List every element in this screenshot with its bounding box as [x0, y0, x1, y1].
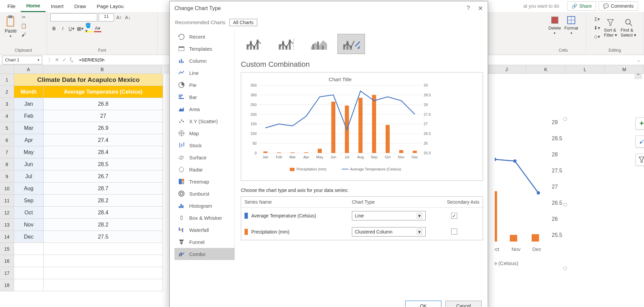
paste-button[interactable]: Paste▾	[3, 13, 18, 39]
chart-elements-button[interactable]: +	[636, 117, 644, 130]
cell-temp[interactable]: 28.4	[44, 146, 163, 158]
row-header[interactable]: 4	[0, 110, 14, 122]
chart-type-treemap[interactable]: Treemap	[174, 175, 234, 188]
secondary-axis-checkbox[interactable]: ✓	[451, 213, 457, 219]
find-select-button[interactable]: Find &Select ▾	[621, 18, 636, 38]
chart-filters-button[interactable]	[636, 154, 644, 166]
all-charts-tab[interactable]: All Charts	[229, 19, 257, 26]
empty-cell[interactable]	[44, 255, 163, 267]
accept-formula-icon[interactable]: ✓	[62, 57, 66, 62]
cell-temp[interactable]: 26.8	[44, 98, 163, 110]
row-header[interactable]: 5	[0, 122, 14, 134]
row-header[interactable]: 6	[0, 134, 14, 146]
chart-type-pie[interactable]: Pie	[174, 79, 234, 91]
name-box[interactable]: Chart 1▾	[2, 56, 42, 64]
delete-cells-button[interactable]: Delete▾	[548, 15, 561, 35]
cell-month[interactable]: Sep	[14, 195, 44, 207]
cell-temp[interactable]: 28.5	[44, 158, 163, 170]
fx-icon[interactable]: fx	[70, 57, 73, 63]
row-header[interactable]: 8	[0, 158, 14, 170]
cell-temp[interactable]: 26.9	[44, 122, 163, 134]
format-cells-button[interactable]: Format▾	[565, 15, 578, 35]
select-all-corner[interactable]	[0, 65, 14, 74]
chart-type-select[interactable]: Line▾	[352, 211, 426, 220]
chart-type-column[interactable]: Column	[174, 55, 234, 67]
tab-home[interactable]: Home	[21, 0, 46, 12]
empty-cell[interactable]	[44, 279, 163, 291]
combo-subtype-1[interactable]	[241, 34, 268, 54]
cell-temp[interactable]: 28.7	[44, 183, 163, 195]
cell-temp[interactable]: 27.4	[44, 134, 163, 146]
font-family-select[interactable]	[50, 13, 97, 21]
col-header-l[interactable]: L	[566, 65, 605, 74]
chart-type-templates[interactable]: Templates	[174, 43, 234, 55]
chart-type-waterfall[interactable]: Waterfall	[174, 224, 234, 236]
row-header[interactable]: 13	[0, 219, 14, 231]
row-header[interactable]: 7	[0, 146, 14, 158]
empty-cell[interactable]	[14, 243, 44, 255]
borders-button[interactable]: ▦▾	[76, 25, 84, 32]
autosum-icon[interactable]: Σ▾	[593, 15, 601, 23]
chart-type-map[interactable]: Map	[174, 127, 234, 139]
font-size-select[interactable]: 11	[99, 13, 114, 21]
row-header[interactable]: 11	[0, 195, 14, 207]
empty-cell[interactable]	[44, 243, 163, 255]
col-header-b[interactable]: B	[43, 65, 162, 74]
col-header-m[interactable]: M	[605, 65, 644, 74]
cell-temp[interactable]: 27	[44, 110, 163, 122]
share-button[interactable]: 🔗Share	[567, 1, 596, 11]
cell-temp[interactable]: 28.2	[44, 195, 163, 207]
tab-insert[interactable]: Insert	[46, 1, 69, 12]
chart-type-box-whisker[interactable]: Box & Whisker	[174, 212, 234, 224]
cell-month[interactable]: Mar	[14, 122, 44, 134]
col-header-k[interactable]: K	[526, 65, 566, 74]
clear-icon[interactable]: ◇▾	[593, 33, 601, 40]
secondary-axis-checkbox[interactable]	[451, 228, 457, 235]
chart-type-sunburst[interactable]: Sunburst	[174, 188, 234, 200]
grow-font-icon[interactable]: A↑	[115, 14, 123, 21]
empty-cell[interactable]	[14, 279, 44, 291]
chart-type-funnel[interactable]: Funnel	[174, 236, 234, 248]
empty-cell[interactable]	[44, 267, 163, 279]
bold-button[interactable]: B	[50, 25, 58, 32]
row-header[interactable]: 1	[0, 74, 14, 86]
chart-type-surface[interactable]: Surface	[174, 151, 234, 163]
cell-month[interactable]: Jan	[14, 98, 44, 110]
month-header[interactable]: Month	[14, 86, 44, 98]
cell-month[interactable]: Jul	[14, 170, 44, 183]
row-header[interactable]: 16	[0, 255, 14, 267]
empty-cell[interactable]	[14, 255, 44, 267]
chart-styles-button[interactable]: 🖌	[636, 136, 644, 148]
close-button[interactable]: ✕	[478, 5, 483, 12]
ok-button[interactable]: OK	[405, 301, 441, 307]
chart-type-select[interactable]: Clustered Column▾	[352, 227, 426, 237]
format-painter-icon[interactable]: 🖌	[20, 31, 28, 38]
cell-month[interactable]: Nov	[14, 219, 44, 231]
chart-type-stock[interactable]: Stock	[174, 139, 234, 151]
expand-formula-icon[interactable]: ⌄	[633, 57, 644, 63]
row-header[interactable]: 18	[0, 279, 14, 291]
cell-temp[interactable]: 28.2	[44, 219, 163, 231]
row-header[interactable]: 12	[0, 207, 14, 219]
tab-file[interactable]: File	[2, 1, 21, 12]
chart-type-x-y-scatter-[interactable]: X Y (Scatter)	[174, 115, 234, 127]
cut-icon[interactable]: ✂	[20, 13, 28, 21]
cell-month[interactable]: Feb	[14, 110, 44, 122]
row-header[interactable]: 3	[0, 98, 14, 110]
chart-type-radar[interactable]: Radar	[174, 163, 234, 175]
formula-dropdown-icon[interactable]: ⋮	[47, 57, 52, 62]
cancel-formula-icon[interactable]: ✕	[55, 57, 59, 62]
sort-filter-button[interactable]: Sort &Filter ▾	[604, 18, 618, 38]
fill-color-button[interactable]: 🪣▾	[85, 25, 93, 32]
recommended-charts-tab[interactable]: Recommended Charts	[174, 18, 226, 27]
tab-page-layout[interactable]: Page Layou	[91, 1, 129, 12]
copy-icon[interactable]: 📋	[20, 22, 28, 30]
temp-header[interactable]: Average Temperature (Celsius)	[44, 86, 163, 98]
combo-subtype-custom[interactable]	[337, 34, 365, 54]
chart-type-histogram[interactable]: Histogram	[174, 200, 234, 212]
col-header-j[interactable]: J	[487, 65, 526, 74]
row-header[interactable]: 10	[0, 183, 14, 195]
cancel-button[interactable]: Cancel	[445, 301, 482, 307]
tell-me-search[interactable]: at you want to do	[518, 3, 565, 9]
underline-button[interactable]: U▾	[68, 25, 75, 32]
